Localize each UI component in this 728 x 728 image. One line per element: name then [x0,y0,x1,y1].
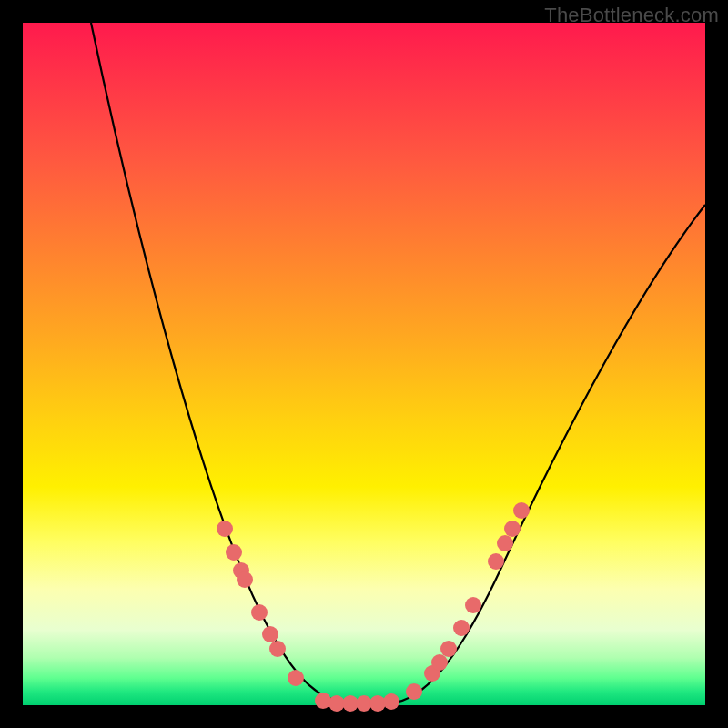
data-dot [251,604,268,621]
data-dot [269,641,286,657]
data-dot [237,571,253,588]
data-dot [465,597,481,613]
data-dot [513,502,530,519]
data-dot [453,620,470,636]
data-dot [488,553,504,570]
data-dot [504,521,521,537]
data-dot [315,693,331,709]
v-curve [91,23,705,703]
data-dot [226,544,242,561]
data-dot [431,654,448,671]
watermark-text: TheBottleneck.com [544,4,719,27]
data-dot [288,670,304,686]
data-dot [383,693,399,710]
data-dot [262,626,278,642]
data-dot [440,641,457,657]
bottleneck-chart [23,23,705,705]
chart-frame [23,23,705,705]
data-dot [217,521,233,537]
data-dot [406,683,422,700]
data-dot [497,535,513,551]
